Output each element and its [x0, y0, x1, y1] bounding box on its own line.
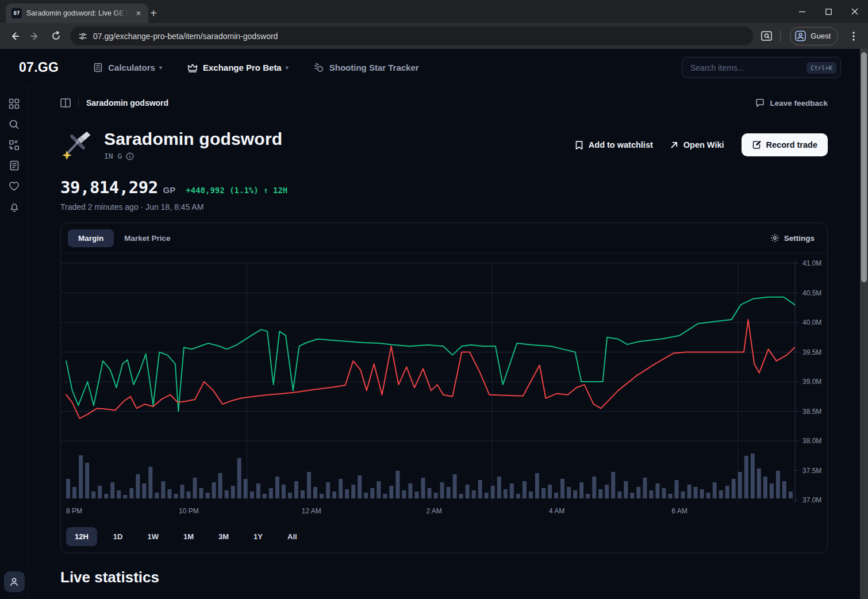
browser-menu-icon[interactable]	[844, 26, 863, 46]
tab-market-price[interactable]: Market Price	[114, 229, 180, 247]
range-1y[interactable]: 1Y	[245, 527, 271, 546]
chevron-down-icon: ▾	[286, 64, 289, 71]
back-button[interactable]	[5, 26, 24, 46]
svg-text:41.0M: 41.0M	[802, 259, 821, 267]
screen: 07 Saradomin godsword: Live GE P × +	[0, 0, 868, 599]
user-icon	[9, 577, 20, 588]
arrow-up-right-icon	[670, 141, 678, 149]
svg-text:10 PM: 10 PM	[179, 507, 199, 515]
side-panel-search-icon[interactable]	[758, 31, 775, 41]
sidebar-item-notes[interactable]	[4, 155, 25, 176]
nav-exchange-pro[interactable]: Exchange Pro Beta ▾	[187, 63, 289, 72]
scrollbar-thumb[interactable]	[861, 52, 867, 282]
nav-calculators-label: Calculators	[108, 63, 155, 72]
price-change: +448,992 (1.1%) ↑ 12H	[186, 186, 287, 195]
chevron-down-icon: ▾	[159, 64, 162, 71]
breadcrumb-item: Saradomin godsword	[86, 98, 168, 107]
page: 07.GG Calculators ▾ Exchange Pro Beta ▾ …	[0, 49, 860, 599]
svg-text:37.5M: 37.5M	[802, 467, 821, 475]
svg-text:37.0M: 37.0M	[802, 496, 821, 504]
site-settings-icon[interactable]	[78, 32, 87, 41]
chart-header: Margin Market Price Settings	[61, 223, 827, 254]
sidebar-item-profile[interactable]	[4, 571, 25, 592]
tab-close-icon[interactable]: ×	[133, 8, 144, 18]
forward-button[interactable]	[25, 26, 45, 46]
browser-titlebar: 07 Saradomin godsword: Live GE P × +	[0, 0, 868, 23]
item-header: Saradomin godsword IN G Add to watchlist…	[60, 128, 828, 162]
tab-title: Saradomin godsword: Live GE P	[26, 9, 129, 17]
range-1d[interactable]: 1D	[105, 527, 132, 546]
svg-text:38.5M: 38.5M	[802, 408, 821, 416]
site-logo[interactable]: 07.GG	[19, 60, 59, 75]
dashboard-grid-icon	[9, 98, 20, 109]
new-tab-button[interactable]: +	[145, 5, 162, 22]
open-wiki-button[interactable]: Open Wiki	[670, 140, 724, 149]
heart-icon	[9, 181, 20, 191]
breadcrumb-divider	[78, 98, 79, 107]
record-trade-button[interactable]: Record trade	[742, 133, 828, 156]
notes-icon	[9, 160, 20, 171]
last-traded: Traded 2 minutes ago · Jun 18, 8:45 AM	[60, 202, 828, 212]
price-value: 39,814,292	[60, 178, 158, 197]
range-3m[interactable]: 3M	[210, 527, 237, 546]
search-icon	[9, 119, 20, 130]
nav-star-tracker-label: Shooting Star Tracker	[329, 63, 419, 72]
chart-settings-label: Settings	[784, 234, 815, 243]
window-close-button[interactable]	[842, 0, 868, 23]
search-input[interactable]: Search items... Ctrl+K	[682, 57, 841, 78]
search-shortcut-badge: Ctrl+K	[806, 62, 836, 74]
svg-text:4 AM: 4 AM	[549, 507, 564, 515]
browser-tab[interactable]: 07 Saradomin godsword: Live GE P ×	[6, 3, 148, 23]
svg-text:8 PM: 8 PM	[66, 507, 82, 515]
sidebar-item-watchlist[interactable]	[4, 176, 25, 197]
reload-button[interactable]	[46, 26, 66, 46]
price-currency: GP	[163, 185, 176, 195]
live-statistics-heading: Live statistics	[60, 569, 828, 586]
open-wiki-label: Open Wiki	[683, 140, 724, 149]
sidebar-item-alerts[interactable]	[4, 197, 25, 217]
breadcrumb: Saradomin godsword Leave feedback	[60, 98, 828, 107]
window-minimize-button[interactable]	[789, 0, 815, 23]
price-chart: 41.0M40.5M40.0M39.5M39.0M38.5M38.0M37.5M…	[61, 254, 828, 521]
left-iconbar	[0, 86, 29, 599]
nav-calculators[interactable]: Calculators ▾	[93, 63, 162, 72]
main-content: Saradomin godsword Leave feedback	[28, 86, 860, 599]
panel-toggle-icon[interactable]	[60, 98, 71, 107]
compare-items-icon	[9, 140, 20, 151]
svg-text:40.0M: 40.0M	[802, 318, 821, 327]
url-text: 07.gg/exchange-pro-beta/item/saradomin-g…	[93, 32, 278, 41]
scrollbar[interactable]	[860, 49, 868, 599]
sidebar-item-dashboard[interactable]	[4, 93, 25, 114]
leave-feedback-button[interactable]: Leave feedback	[755, 98, 828, 107]
svg-text:2 AM: 2 AM	[427, 507, 442, 515]
sidebar-item-search[interactable]	[4, 114, 25, 135]
guest-avatar-icon	[795, 30, 806, 41]
add-to-watchlist-button[interactable]: Add to watchlist	[575, 140, 653, 150]
url-bar[interactable]: 07.gg/exchange-pro-beta/item/saradomin-g…	[70, 26, 753, 45]
profile-label: Guest	[811, 32, 831, 40]
range-1m[interactable]: 1M	[175, 527, 202, 546]
range-12h[interactable]: 12H	[66, 527, 97, 546]
svg-text:39.5M: 39.5M	[802, 348, 821, 356]
svg-text:12 AM: 12 AM	[302, 507, 321, 515]
nav-star-tracker[interactable]: Shooting Star Tracker	[314, 63, 419, 73]
info-icon[interactable]	[126, 152, 134, 160]
range-all[interactable]: All	[279, 527, 306, 546]
chart-settings-button[interactable]: Settings	[770, 233, 820, 243]
shooting-star-icon	[314, 63, 324, 73]
chart-plot-area[interactable]: 41.0M40.5M40.0M39.5M39.0M38.5M38.0M37.5M…	[61, 254, 827, 521]
price-row: 39,814,292 GP +448,992 (1.1%) ↑ 12H	[60, 178, 828, 197]
calculator-icon	[93, 63, 103, 72]
gear-icon	[770, 233, 779, 243]
site-nav: 07.GG Calculators ▾ Exchange Pro Beta ▾ …	[0, 49, 860, 87]
toolbar-divider	[780, 30, 781, 42]
profile-button[interactable]: Guest	[790, 27, 838, 45]
tab-margin[interactable]: Margin	[68, 229, 114, 247]
range-1w[interactable]: 1W	[139, 527, 167, 546]
bell-icon	[9, 202, 20, 213]
sidebar-item-compare[interactable]	[4, 135, 25, 155]
leave-feedback-label: Leave feedback	[770, 99, 828, 107]
range-selector: 12H 1D 1W 1M 3M 1Y All	[61, 521, 827, 552]
window-maximize-button[interactable]	[815, 0, 842, 23]
crown-icon	[187, 63, 198, 72]
